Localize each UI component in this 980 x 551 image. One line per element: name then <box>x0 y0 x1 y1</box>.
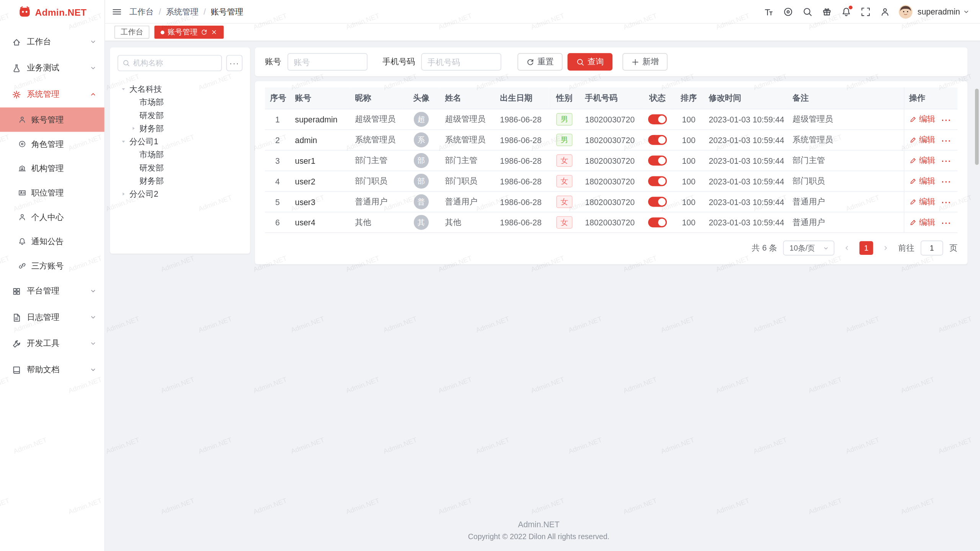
search-button[interactable]: 查询 <box>567 53 612 71</box>
tree-caret-placeholder <box>129 176 137 185</box>
cell-phone: 18020030720 <box>580 150 641 171</box>
edit-label: 编辑 <box>919 155 935 166</box>
app-logo[interactable]: Admin.NET <box>0 0 105 24</box>
sidebar-item-help-docs[interactable]: 帮助文档 <box>0 357 105 383</box>
table-row: 5user3普通用户普普通用户1986-06-28女18020030720100… <box>265 191 957 212</box>
sidebar-subitem-personal-center[interactable]: 个人中心 <box>0 205 105 230</box>
sidebar-item-platform-manage[interactable]: 平台管理 <box>0 278 105 305</box>
breadcrumb-item[interactable]: 系统管理 <box>166 6 199 17</box>
edit-button[interactable]: 编辑 <box>909 176 936 187</box>
status-toggle[interactable] <box>648 197 667 207</box>
status-toggle[interactable] <box>648 218 667 228</box>
cell-modified-time: 2023-01-03 10:59:44 <box>704 130 787 150</box>
row-more-button[interactable]: ··· <box>942 198 952 207</box>
tree-expand-caret[interactable] <box>129 124 137 133</box>
breadcrumb-item[interactable]: 账号管理 <box>211 6 243 17</box>
sidebar-subitem-notice[interactable]: 通知公告 <box>0 229 105 254</box>
sidebar-item-workbench[interactable]: 工作台 <box>0 29 105 55</box>
cell-name: 超级管理员 <box>440 109 495 130</box>
cell-remark: 部门主管 <box>787 150 904 171</box>
sidebar-subitem-position-manage[interactable]: 职位管理 <box>0 181 105 205</box>
table-header-row: 序号账号昵称头像姓名出生日期性别手机号码状态排序修改时间备注操作 <box>265 88 957 109</box>
footer-copyright: Copyright © 2022 Dilon All rights reserv… <box>110 532 967 541</box>
reset-button[interactable]: 重置 <box>518 53 563 71</box>
sidebar-item-log-manage[interactable]: 日志管理 <box>0 304 105 331</box>
username[interactable]: superadmin <box>918 7 960 16</box>
tree-node[interactable]: 市场部 <box>118 96 243 109</box>
notification-button[interactable] <box>841 6 851 17</box>
row-more-button[interactable]: ··· <box>942 178 952 187</box>
gender-badge: 女 <box>556 196 572 208</box>
avatar-image <box>899 5 913 18</box>
tree-node[interactable]: 市场部 <box>118 148 243 161</box>
sidebar-subitem-role-manage[interactable]: 角色管理 <box>0 132 105 156</box>
cell-account: superadmin <box>290 109 350 130</box>
edit-button[interactable]: 编辑 <box>909 196 936 207</box>
sidebar-item-business-test[interactable]: 业务测试 <box>0 55 105 82</box>
edit-label: 编辑 <box>919 114 935 125</box>
menu-search-button[interactable] <box>802 6 813 17</box>
row-more-button[interactable]: ··· <box>942 136 952 145</box>
breadcrumb-item[interactable]: 工作台 <box>129 6 154 17</box>
tree-node[interactable]: 财务部 <box>118 122 243 135</box>
row-more-button[interactable]: ··· <box>942 218 952 228</box>
tree-expand-caret[interactable] <box>119 190 127 199</box>
tree-node[interactable]: 大名科技 <box>118 83 243 96</box>
goto-page-input[interactable] <box>921 241 943 256</box>
tree-node[interactable]: 研发部 <box>118 161 243 174</box>
tree-node[interactable]: 分公司2 <box>118 187 243 201</box>
grid-icon <box>12 287 21 296</box>
layout-config-button[interactable] <box>782 6 793 17</box>
page-size-select[interactable]: 10条/页 <box>783 241 834 256</box>
sidebar-subitem-third-account[interactable]: 三方账号 <box>0 254 105 278</box>
row-more-button[interactable]: ··· <box>942 157 952 166</box>
cell-remark: 普通用户 <box>787 212 904 233</box>
phone-input[interactable] <box>421 53 501 71</box>
status-toggle[interactable] <box>648 156 667 166</box>
org-more-button[interactable]: ··· <box>226 55 242 71</box>
user-avatar[interactable] <box>899 5 913 18</box>
toggle-knob <box>658 157 666 165</box>
theme-button[interactable] <box>821 6 832 17</box>
cell-no: 1 <box>265 109 290 130</box>
edit-button[interactable]: 编辑 <box>909 114 936 125</box>
page-number-current[interactable]: 1 <box>859 241 873 255</box>
edit-button[interactable]: 编辑 <box>909 217 936 228</box>
prev-page-button[interactable] <box>841 242 853 254</box>
sidebar-item-dev-tools[interactable]: 开发工具 <box>0 331 105 357</box>
search-icon <box>122 59 130 67</box>
font-size-button[interactable] <box>763 6 774 17</box>
edit-button[interactable]: 编辑 <box>909 155 936 166</box>
tree-node[interactable]: 财务部 <box>118 174 243 187</box>
user-menu-caret[interactable] <box>962 8 970 15</box>
status-toggle[interactable] <box>648 176 667 186</box>
status-toggle[interactable] <box>648 135 667 145</box>
tree-node-label: 市场部 <box>139 96 164 108</box>
chevron-down-icon <box>89 287 97 295</box>
tree-expand-caret[interactable] <box>119 137 127 146</box>
cell-avatar: 其 <box>402 212 440 233</box>
edit-button[interactable]: 编辑 <box>909 134 936 145</box>
row-more-button[interactable]: ··· <box>942 116 952 125</box>
building-icon <box>18 164 26 172</box>
fullscreen-button[interactable] <box>860 6 871 17</box>
sidebar-subitem-account-manage[interactable]: 账号管理 <box>0 108 105 132</box>
sidebar-subitem-org-manage[interactable]: 机构管理 <box>0 156 105 181</box>
tree-expand-caret[interactable] <box>119 85 127 93</box>
status-toggle[interactable] <box>648 114 667 124</box>
user-center-button[interactable] <box>879 6 890 17</box>
tree-node[interactable]: 研发部 <box>118 109 243 122</box>
tree-node[interactable]: 分公司1 <box>118 135 243 148</box>
row-avatar: 超 <box>414 112 429 127</box>
menu-collapse-button[interactable] <box>111 6 122 17</box>
cell-gender: 女 <box>549 212 580 233</box>
org-search-input[interactable] <box>133 59 217 67</box>
add-button[interactable]: 新增 <box>622 53 668 71</box>
account-input[interactable] <box>287 53 368 71</box>
next-page-button[interactable] <box>879 242 892 254</box>
sidebar-item-system-manage[interactable]: 系统管理 <box>0 81 105 108</box>
gender-badge: 女 <box>556 175 572 187</box>
scrollbar-thumb[interactable] <box>975 89 979 165</box>
tab-workbench[interactable]: 工作台 <box>114 26 149 39</box>
tab-account-manage[interactable]: 账号管理 <box>154 26 224 39</box>
